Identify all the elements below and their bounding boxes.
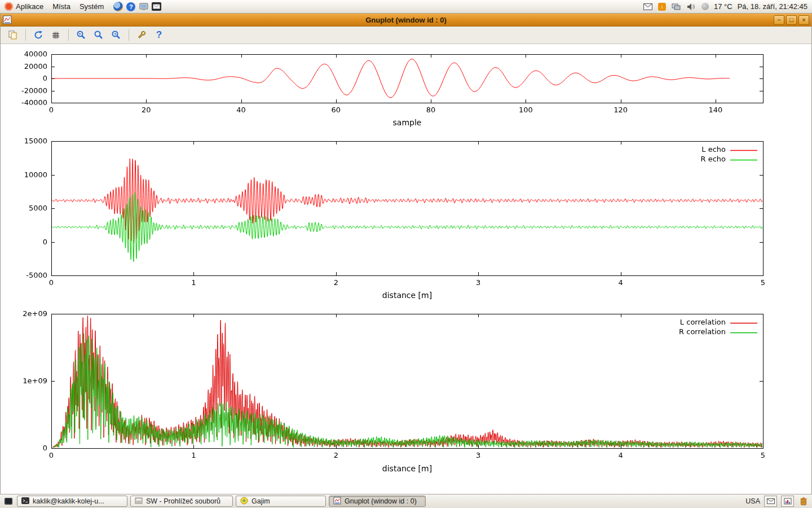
menu-system-label: Systém [80, 2, 104, 11]
taskbar-item-terminal[interactable]: kaklik@kaklik-kolej-u... [17, 496, 127, 507]
menu-places[interactable]: Místa [48, 0, 75, 13]
zoom-next-icon[interactable] [109, 28, 123, 42]
mail-notification-icon[interactable] [764, 496, 777, 507]
zoom-icon[interactable] [92, 28, 105, 42]
toolbar-separator [68, 29, 69, 41]
taskbar-item-label: kaklik@kaklik-kolej-u... [33, 497, 104, 505]
panel-launchers: ? [108, 0, 166, 13]
plot-applet-icon[interactable] [781, 496, 794, 507]
refresh-icon[interactable] [32, 28, 45, 42]
maximize-button[interactable]: □ [786, 15, 797, 25]
sample-waveform-chart[interactable] [1, 45, 812, 130]
toolbar-separator [129, 29, 129, 41]
taskbar: kaklik@kaklik-kolej-u... SW - Prohlížeč … [0, 494, 812, 508]
close-button[interactable]: × [798, 15, 809, 25]
monitor-icon[interactable] [139, 2, 149, 12]
gnuplot-toolbar: ? [1, 27, 811, 44]
ubuntu-logo-icon [5, 2, 13, 11]
taskbar-item-label: SW - Prohlížeč souborů [146, 497, 220, 505]
mail-launcher-icon[interactable] [152, 2, 161, 11]
config-icon[interactable] [135, 28, 148, 42]
panel-menus: Aplikace Místa Systém ? [0, 0, 166, 13]
mail-notification-icon[interactable] [643, 2, 653, 12]
taskbar-item-file-manager[interactable]: SW - Prohlížeč souborů [130, 496, 233, 507]
file-manager-icon [135, 497, 143, 506]
gnuplot-window-icon [3, 15, 12, 24]
gajim-icon [240, 497, 248, 506]
gnuplot-icon [333, 497, 341, 506]
menu-applications-label: Aplikace [16, 2, 43, 11]
help-icon[interactable]: ? [126, 2, 136, 12]
menu-applications[interactable]: Aplikace [0, 0, 48, 13]
temperature-label[interactable]: 17 °C [714, 2, 732, 11]
desktop: Aplikace Místa Systém ? [0, 0, 812, 508]
network-icon[interactable] [671, 2, 681, 12]
window-titlebar[interactable]: Gnuplot (window id : 0) − □ × [1, 14, 811, 27]
toolbar-separator [25, 29, 26, 41]
top-panel: Aplikace Místa Systém ? [0, 0, 812, 14]
correlation-distance-chart[interactable] [1, 305, 812, 477]
keyboard-layout-indicator[interactable]: USA [745, 497, 760, 505]
terminal-icon [21, 497, 29, 506]
help-icon[interactable]: ? [152, 28, 166, 42]
menu-places-label: Místa [52, 2, 70, 11]
copy-icon[interactable] [6, 28, 20, 42]
taskbar-item-gnuplot[interactable]: Gnuplot (window id : 0) [329, 496, 426, 507]
window-title: Gnuplot (window id : 0) [1, 16, 811, 24]
taskbar-tray: USA [745, 496, 809, 507]
gnuplot-window: Gnuplot (window id : 0) − □ × [0, 14, 812, 494]
panel-tray: ↓ 17 °C Pá, 18. září, 21:42:45 [643, 0, 812, 13]
software-update-icon[interactable]: ↓ [658, 3, 666, 11]
grid-icon[interactable] [49, 28, 63, 42]
zoom-previous-icon[interactable] [74, 28, 88, 42]
firefox-icon[interactable] [113, 2, 123, 12]
weather-icon[interactable] [701, 3, 709, 10]
echo-distance-chart[interactable] [1, 130, 812, 305]
menu-system[interactable]: Systém [75, 0, 108, 13]
window-list-icon[interactable] [3, 496, 14, 507]
taskbar-item-label: Gajim [251, 497, 270, 505]
clock-label[interactable]: Pá, 18. září, 21:42:45 [738, 2, 807, 11]
taskbar-item-gajim[interactable]: Gajim [236, 496, 326, 507]
trash-icon[interactable] [798, 496, 809, 507]
volume-icon[interactable] [686, 2, 696, 12]
taskbar-item-label: Gnuplot (window id : 0) [345, 497, 417, 505]
gnuplot-plot-area [1, 44, 811, 494]
window-buttons: − □ × [774, 15, 809, 25]
minimize-button[interactable]: − [774, 15, 784, 25]
